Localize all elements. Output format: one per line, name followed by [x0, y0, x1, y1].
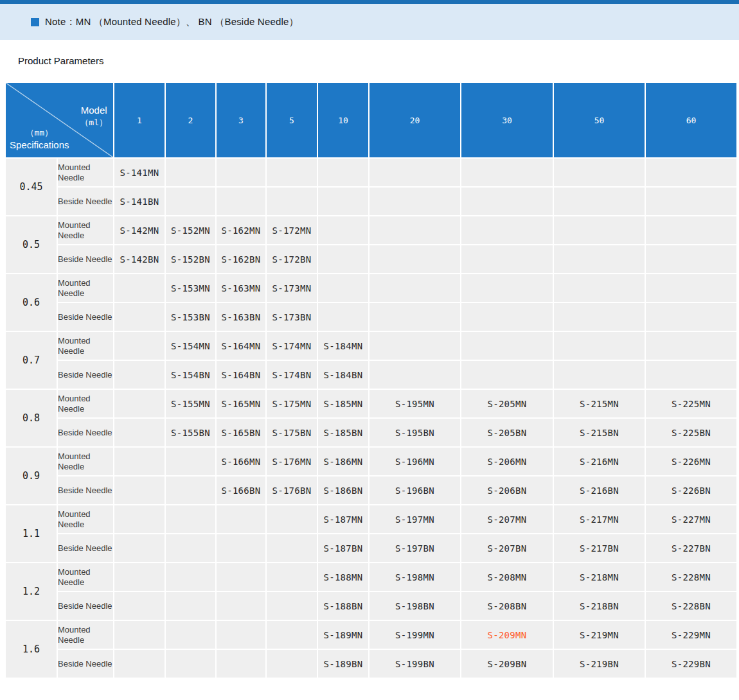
model-cell: S-155MN [165, 389, 216, 418]
header-col-10ml: 10 [317, 82, 369, 158]
model-cell: S-195BN [369, 418, 461, 447]
empty-cell [553, 158, 645, 187]
empty-cell [369, 187, 461, 216]
empty-cell [461, 331, 553, 360]
model-cell: S-185BN [317, 418, 369, 447]
model-cell: S-163MN [216, 274, 266, 302]
model-cell: S-176MN [266, 447, 317, 476]
spec-cell: 1.2 [5, 563, 57, 620]
spec-cell: 0.7 [5, 331, 57, 389]
spec-cell: 0.9 [5, 447, 57, 505]
empty-cell [216, 187, 266, 216]
model-cell: S-218MN [553, 563, 645, 591]
corner-spec-block: （mm） Specifications [10, 127, 69, 151]
empty-cell [461, 302, 553, 331]
empty-cell [461, 274, 553, 302]
empty-cell [369, 158, 461, 187]
header-col-60ml: 60 [645, 82, 737, 158]
table-row: 0.45Mounted NeedleS-141MN [5, 158, 737, 187]
model-cell: S-164MN [216, 331, 266, 360]
model-cell: S-141MN [114, 158, 165, 187]
empty-cell [645, 158, 737, 187]
table-row: 1.6Mounted NeedleS-189MNS-199MNS-209MNS-… [5, 620, 737, 649]
table-row: Beside NeedleS-189BNS-199BNS-209BNS-219B… [5, 649, 737, 678]
empty-cell [165, 447, 216, 476]
model-cell: S-226MN [645, 447, 737, 476]
empty-cell [114, 274, 165, 302]
header-col-30ml: 30 [461, 82, 553, 158]
model-cell: S-141BN [114, 187, 165, 216]
table-row: 1.2Mounted NeedleS-188MNS-198MNS-208MNS-… [5, 563, 737, 591]
corner-cell: Model （ml） （mm） Specifications [5, 82, 114, 158]
model-cell: S-166MN [216, 447, 266, 476]
model-cell: S-207MN [461, 505, 553, 534]
header-col-50ml: 50 [553, 82, 645, 158]
model-cell: S-142BN [114, 245, 165, 274]
model-cell: S-207BN [461, 534, 553, 563]
empty-cell [553, 245, 645, 274]
empty-cell [165, 620, 216, 649]
model-cell: S-226BN [645, 476, 737, 505]
empty-cell [461, 158, 553, 187]
empty-cell [266, 187, 317, 216]
model-cell: S-206BN [461, 476, 553, 505]
needle-type-cell: Mounted Needle [57, 389, 114, 418]
model-cell: S-215BN [553, 418, 645, 447]
empty-cell [165, 563, 216, 591]
empty-cell [553, 331, 645, 360]
model-cell: S-187MN [317, 505, 369, 534]
note-bullet-icon [31, 18, 39, 26]
model-cell: S-219MN [553, 620, 645, 649]
model-cell: S-174MN [266, 331, 317, 360]
empty-cell [317, 158, 369, 187]
model-cell: S-217MN [553, 505, 645, 534]
spec-cell: 1.6 [5, 620, 57, 678]
empty-cell [114, 476, 165, 505]
model-cell: S-175BN [266, 418, 317, 447]
model-cell-highlighted[interactable]: S-209MN [461, 620, 553, 649]
corner-model-unit: （ml） [80, 116, 107, 128]
empty-cell [266, 649, 317, 678]
model-cell: S-189BN [317, 649, 369, 678]
empty-cell [216, 649, 266, 678]
table-row: 0.6Mounted NeedleS-153MNS-163MNS-173MN [5, 274, 737, 302]
model-cell: S-208BN [461, 591, 553, 620]
model-cell: S-228MN [645, 563, 737, 591]
needle-type-cell: Beside Needle [57, 245, 114, 274]
empty-cell [165, 534, 216, 563]
model-cell: S-197MN [369, 505, 461, 534]
model-cell: S-163BN [216, 302, 266, 331]
empty-cell [553, 360, 645, 389]
empty-cell [369, 274, 461, 302]
empty-cell [317, 302, 369, 331]
empty-cell [165, 158, 216, 187]
model-cell: S-217BN [553, 534, 645, 563]
empty-cell [369, 360, 461, 389]
empty-cell [645, 360, 737, 389]
empty-cell [114, 649, 165, 678]
spec-cell: 0.5 [5, 216, 57, 274]
header-col-1ml: 1 [114, 82, 165, 158]
header-col-2ml: 2 [165, 82, 216, 158]
model-cell: S-162MN [216, 216, 266, 245]
model-cell: S-199BN [369, 649, 461, 678]
empty-cell [165, 591, 216, 620]
model-cell: S-228BN [645, 591, 737, 620]
empty-cell [266, 563, 317, 591]
model-cell: S-205MN [461, 389, 553, 418]
model-cell: S-172BN [266, 245, 317, 274]
empty-cell [216, 591, 266, 620]
model-cell: S-154MN [165, 331, 216, 360]
needle-type-cell: Mounted Needle [57, 216, 114, 245]
empty-cell [216, 620, 266, 649]
model-cell: S-152BN [165, 245, 216, 274]
corner-model-block: Model （ml） [80, 104, 107, 128]
table-row: Beside NeedleS-154BNS-164BNS-174BNS-184B… [5, 360, 737, 389]
model-cell: S-152MN [165, 216, 216, 245]
needle-type-cell: Beside Needle [57, 476, 114, 505]
empty-cell [114, 360, 165, 389]
empty-cell [317, 216, 369, 245]
needle-type-cell: Mounted Needle [57, 158, 114, 187]
model-cell: S-174BN [266, 360, 317, 389]
empty-cell [645, 331, 737, 360]
